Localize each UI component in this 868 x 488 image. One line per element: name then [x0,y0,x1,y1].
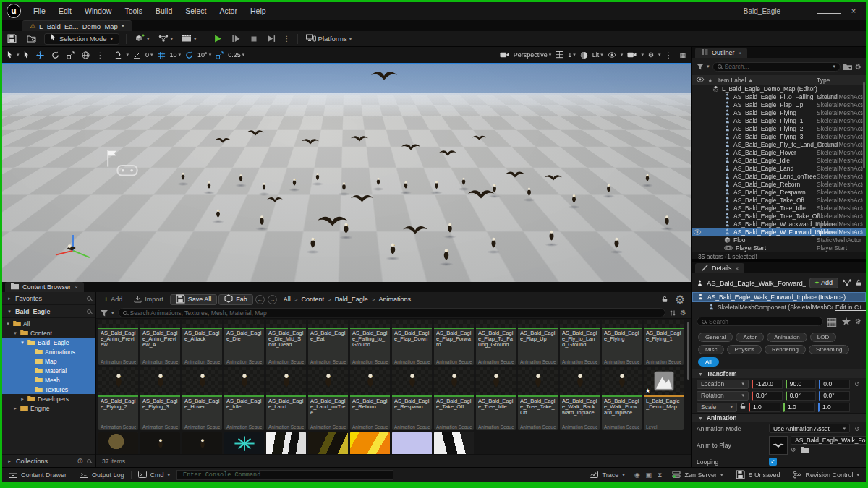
outliner-row[interactable]: AS_Bald_Eagle_Tree_Take_OffSkeletalMeshA… [692,212,866,220]
asset-search-box[interactable] [118,308,666,317]
viewport-3d-scene[interactable] [2,63,691,282]
outliner-row[interactable]: FloorStaticMeshActor [692,236,866,244]
view-settings-gear-icon[interactable]: ⚙ [680,309,686,317]
asset-tile[interactable]: AS_Bald_Eagle_Flap_DownAnimation Sequenc… [392,320,432,365]
select-tool-icon[interactable] [21,51,32,59]
outliner-settings-gear-icon[interactable]: ⚙ [855,63,861,71]
outliner-row[interactable]: AS_Bald_Eagle_Take_OffSkeletalMeshActor [692,196,866,204]
scale-x-field[interactable]: 1.0 [749,403,780,412]
asset-tile[interactable]: AS_Bald_Eagle_Flap_To_Falling_GroundAnim… [476,320,516,365]
location-x-field[interactable]: -120.0 [752,380,783,389]
outliner-row[interactable]: AS_Bald_Eagle_Flying_1SkeletalMeshActor [692,116,866,124]
outliner-row[interactable]: AS_Bald_Eagle_Flying_2SkeletalMeshActor [692,124,866,132]
play-from-here-button[interactable] [227,35,245,43]
add-collection-icon[interactable]: ⊕ [77,457,83,465]
use-selected-icon[interactable]: ↺ [791,446,796,454]
transform-section-header[interactable]: ▼Transform [692,369,866,378]
asset-tile[interactable]: AS_Bald_Eagle_Walk_Forward_InplaceAnimat… [602,367,642,430]
insights-icon[interactable]: ◉ [631,471,643,479]
menu-actor[interactable]: Actor [213,7,244,15]
outliner-row[interactable]: AS_Bald_Eagle_Land_onTreeSkeletalMeshAct… [692,172,866,180]
type-column[interactable]: Type [817,77,830,84]
outliner-search-box[interactable]: ▾ [712,62,841,72]
breadcrumb-all[interactable]: All [284,296,291,303]
asset-tile[interactable]: AS_Bald_Eagle_Flying_3Animation Sequence [140,367,180,430]
location-z-field[interactable]: 0.0 [819,380,850,389]
grid-scrollbar[interactable] [687,322,689,380]
filter-chip-rendering[interactable]: Rendering [765,345,806,354]
scale-tool-icon[interactable] [64,51,77,59]
output-log-button[interactable]: Output Log [73,468,131,482]
folder-item-textures[interactable]: Textures [2,385,95,394]
asset-tile[interactable]: AS_Bald_Eagle_IdleAnimation Sequence [224,367,264,430]
asset-tile[interactable]: AS_Bald_Eagle_FlyingAnimation Sequence [602,320,642,365]
lock-icon[interactable] [856,276,861,289]
rotate-tool-icon[interactable] [48,51,62,59]
view-mode-dropdown[interactable]: Lit [592,51,600,59]
zen-server-dropdown[interactable]: Zen Server▾ [665,471,729,480]
asset-tile[interactable] [392,432,432,454]
asset-tile[interactable] [140,432,180,454]
asset-tile[interactable] [224,432,264,454]
breadcrumb-bald_eagle[interactable]: Bald_Eagle [335,296,368,303]
asset-tile[interactable] [350,432,390,454]
asset-tile[interactable]: AS_Bald_Eagle_Anim_Preview_AAnimation Se… [140,320,180,365]
screenshot-icon[interactable]: ▣ [643,471,655,479]
level-tab[interactable]: ⚠ L_Bald_Ea..._Demo_Map * [22,20,132,31]
folder-item-all[interactable]: ▾All [2,319,95,328]
cmd-dropdown[interactable]: Cmd▾ [132,468,177,482]
scale-dropdown[interactable]: Scale▾ [697,403,737,412]
outliner-filter-icon[interactable] [697,60,704,73]
grid-snap-icon[interactable] [155,51,169,59]
perspective-dropdown[interactable]: Perspective [514,51,548,59]
outliner-row[interactable]: PlayerStartPlayerStart [692,244,866,252]
rotation-z-field[interactable]: 0.0° [819,391,850,401]
outliner-row[interactable]: AS_Bald_Eagle_FlyingSkeletalMeshActor [692,108,866,116]
folder-item-content[interactable]: ▾Content [2,328,95,338]
snap-offset-value[interactable]: 0 [145,51,149,59]
favorites-star-icon[interactable]: ★ [841,314,851,328]
hourglass-icon[interactable]: ⧗ [655,471,665,479]
outliner-row[interactable]: AS_Bald_Eagle_HoverSkeletalMeshActor [692,148,866,156]
outliner-search-input[interactable] [725,63,830,70]
asset-tile[interactable]: AS_Bald_Eagle_Anim_PreviewAnimation Sequ… [98,320,138,365]
viewport-count[interactable]: 1 [568,51,571,59]
content-drawer-button[interactable]: Content Drawer [2,468,73,482]
anim-asset-dropdown[interactable]: AS_Bald_Eagle_Walk_For▾ [791,436,866,445]
scale-z-field[interactable]: 1.0 [818,403,850,412]
asset-tile[interactable]: AS_Bald_Eagle_Tree_Take_OffAnimation Seq… [518,367,558,430]
menu-tools[interactable]: Tools [118,7,149,15]
skip-to-end-button[interactable] [263,35,281,43]
item-label-column[interactable]: Item Label [718,77,746,84]
create-folder-icon[interactable] [843,60,852,73]
outliner-row[interactable]: AS_Bald_Eagle_W..Forward_InplaceSkeletal… [692,228,866,236]
asset-search-input[interactable] [130,309,661,317]
details-settings-gear-icon[interactable]: ⚙ [855,317,861,325]
asset-tile[interactable] [308,432,348,454]
details-tab[interactable]: Details × [695,263,744,273]
maximize-viewport-icon[interactable]: ▦ [676,51,689,59]
filter-chip-general[interactable]: General [698,333,733,342]
breadcrumb-animations[interactable]: Animations [378,296,411,303]
breadcrumb-content[interactable]: Content [302,296,325,303]
pin-icon[interactable]: ★ [707,77,713,84]
play-options-kebab-icon[interactable]: ⋮ [281,35,294,43]
animation-thumbnail[interactable] [769,436,788,455]
visibility-eye-icon[interactable] [696,77,705,84]
menu-edit[interactable]: Edit [52,7,78,15]
transform-kebab-icon[interactable]: ⋮ [94,51,107,59]
favorites-section[interactable]: ▸ Favorites [2,292,95,305]
console-command-box[interactable] [176,470,393,480]
looping-checkbox[interactable]: ✓ [769,458,777,466]
content-browser-tab[interactable]: Content Browser × [5,282,84,292]
animation-mode-dropdown[interactable]: Use Animation Asset▾ [769,424,850,433]
filter-chip-all[interactable]: All [698,357,719,367]
scale-snap-value[interactable]: 0.25 [228,51,241,59]
asset-tile[interactable]: AS_Bald_Eagle_AttackAnimation Sequence [182,320,222,365]
minimize-button[interactable]: – [792,7,817,15]
location-y-field[interactable]: 90.0 [786,380,817,389]
outliner-tab[interactable]: Outliner × [695,48,747,58]
asset-tile[interactable]: AS_Bald_Eagle_Flying_1Animation Sequence [644,320,684,365]
asset-tile[interactable]: AS_Bald_Eagle_EatAnimation Sequence [308,320,348,365]
asset-tile[interactable] [98,432,138,454]
